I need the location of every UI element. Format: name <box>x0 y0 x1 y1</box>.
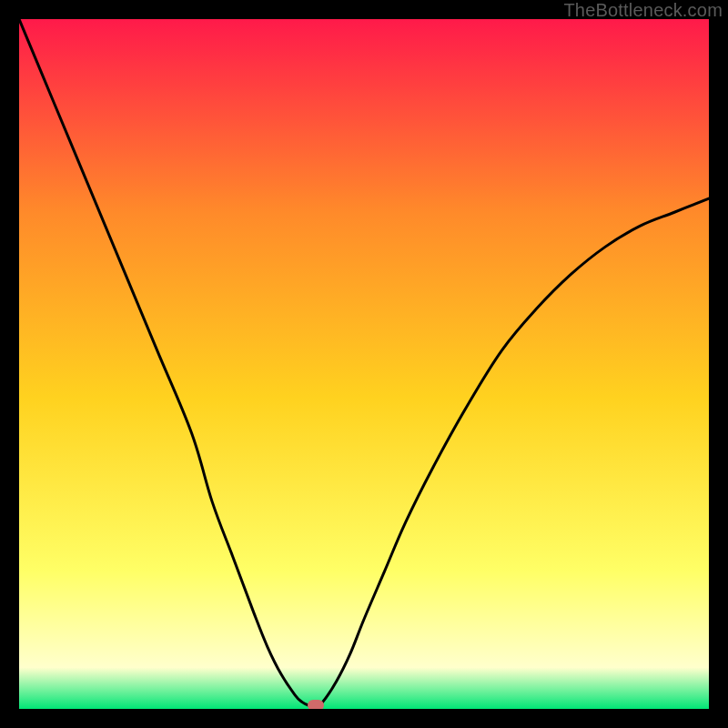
attribution-text: TheBottleneck.com <box>563 0 723 21</box>
optimal-marker <box>308 700 324 709</box>
plot-area <box>19 19 709 709</box>
chart-svg <box>19 19 709 709</box>
gradient-background <box>19 19 709 709</box>
chart-frame: TheBottleneck.com <box>0 0 728 728</box>
